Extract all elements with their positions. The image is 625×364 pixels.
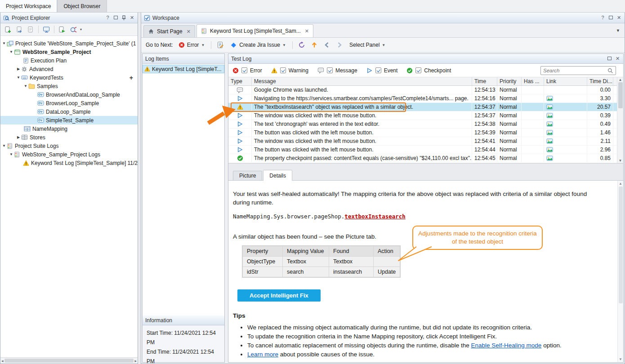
picture-link-icon[interactable] (546, 130, 553, 136)
expand-arrow-icon[interactable]: ▼ (9, 50, 14, 54)
picture-link-icon[interactable] (546, 121, 553, 127)
scrollbar-thumb[interactable] (619, 186, 623, 303)
filter-warning[interactable]: Warning (271, 67, 308, 74)
float-window-icon[interactable] (113, 15, 119, 21)
picture-link-icon[interactable] (546, 155, 553, 161)
log-row-event[interactable]: Navigating to the https://services.smart… (228, 94, 617, 103)
picture-link-icon[interactable] (546, 138, 553, 144)
scroll-down-icon[interactable]: ▼ (619, 159, 622, 163)
grid-details-splitter[interactable] (228, 164, 623, 169)
checkpoint-checkbox[interactable] (415, 67, 421, 73)
report-issue-icon[interactable] (216, 40, 225, 49)
scroll-up-icon[interactable]: ▲ (619, 182, 622, 186)
column-type[interactable]: Type (228, 77, 252, 85)
close-icon[interactable]: ✕ (129, 15, 135, 21)
tree-item-advanced[interactable]: ▶ Advanced (0, 65, 138, 73)
tree-item-execution-plan[interactable]: Execution Plan (0, 56, 138, 65)
close-tab-icon[interactable]: ✕ (305, 28, 309, 34)
column-has-picture[interactable]: Has ... (522, 77, 544, 85)
filter-checkpoint[interactable]: Checkpoint (406, 67, 451, 74)
scroll-up-icon[interactable]: ▲ (619, 78, 622, 82)
learn-more-link[interactable]: Learn more (247, 351, 278, 358)
log-row-event[interactable]: The window was clicked with the left mou… (228, 137, 617, 146)
add-new-item-icon[interactable] (4, 25, 13, 34)
debug-run-icon[interactable] (69, 25, 78, 34)
log-row-event[interactable]: The text 'chronograph' was entered in th… (228, 120, 617, 129)
expand-arrow-icon[interactable]: ▼ (23, 84, 28, 88)
add-keyword-test-button[interactable]: + (129, 74, 133, 81)
log-row-event[interactable]: The window was clicked with the left mou… (228, 111, 617, 120)
object-path-highlight[interactable]: textboxInstasearch (344, 213, 405, 220)
column-priority[interactable]: Priority (497, 77, 522, 85)
create-jira-issue-button[interactable]: Create Jira Issue ▼ (228, 40, 288, 50)
tree-item-browserloop[interactable]: BrowserLoop_Sample (0, 99, 138, 107)
close-tab-icon[interactable]: ✕ (187, 29, 191, 35)
tree-item-keywordtests[interactable]: ▼ KeywordTests + (0, 73, 138, 82)
tree-item-samples[interactable]: ▼ Samples (0, 82, 138, 90)
filter-event[interactable]: Event (366, 67, 398, 74)
picture-link-icon[interactable] (546, 113, 553, 119)
tree-item-simpletest[interactable]: SimpleTest_Sample (0, 116, 138, 124)
filter-message[interactable]: Message (317, 67, 357, 74)
expand-arrow-icon[interactable]: ▼ (16, 75, 21, 80)
expand-arrow-icon[interactable]: ▼ (1, 41, 7, 45)
tree-item-stores[interactable]: ▶ Stores (0, 133, 138, 142)
column-time[interactable]: Time (472, 77, 497, 85)
scroll-down-icon[interactable]: ▼ (619, 357, 622, 361)
tab-details[interactable]: Details (263, 170, 292, 181)
horizontal-scrollbar[interactable]: ◂ ▸ (0, 357, 138, 364)
close-icon[interactable]: ✕ (616, 15, 622, 21)
message-checkbox[interactable] (327, 67, 333, 73)
expand-arrow-icon[interactable]: ▼ (9, 152, 14, 156)
tab-picture[interactable]: Picture (233, 171, 262, 180)
tab-project-workspace[interactable]: Project Workspace (0, 0, 57, 12)
pin-icon[interactable] (121, 15, 127, 21)
log-item-keyword-test-log[interactable]: Keyword Test Log [SimpleT... (143, 65, 224, 73)
accept-intelligent-fix-button[interactable]: Accept Intelligent Fix (237, 289, 321, 302)
forward-icon[interactable] (335, 40, 344, 49)
tab-list-chevron-icon[interactable]: ▼ (616, 28, 620, 33)
tab-object-browser[interactable]: Object Browser (57, 0, 107, 12)
picture-link-icon[interactable] (546, 96, 553, 102)
up-one-level-icon[interactable] (310, 40, 319, 49)
column-link[interactable]: Link (544, 77, 587, 85)
goto-next-error-button[interactable]: Error ▼ (177, 40, 207, 49)
scroll-right-icon[interactable]: ▸ (134, 359, 137, 363)
maximize-panel-icon[interactable] (607, 56, 612, 62)
column-message[interactable]: Message (252, 77, 472, 85)
scroll-left-icon[interactable]: ◂ (1, 359, 4, 363)
chevron-down-icon[interactable]: ▾ (80, 27, 82, 31)
tree-item-project-suite[interactable]: ▼ Project Suite 'WebStore_Sample_Project… (0, 39, 138, 48)
tree-item-namemapping[interactable]: NameMapping (0, 124, 138, 133)
expand-arrow-icon[interactable]: ▼ (1, 144, 7, 148)
tab-keyword-test-log[interactable]: Keyword Test Log [SimpleTest_Sam... ✕ (196, 24, 313, 37)
back-icon[interactable] (322, 40, 331, 49)
tree-item-project[interactable]: ▼ WebStore_Sample_Project (0, 48, 138, 56)
export-item-icon[interactable] (26, 25, 35, 34)
select-panel-button[interactable]: Select Panel ▼ (348, 40, 387, 49)
run-test-icon[interactable] (58, 25, 67, 34)
details-scrollbar[interactable]: ▲ ▼ (617, 181, 623, 362)
log-row-event[interactable]: The button was clicked with the left mou… (228, 129, 617, 137)
float-window-icon[interactable] (608, 15, 614, 21)
tree-item-project-suite-logs[interactable]: ▼ Project Suite Logs (0, 142, 138, 150)
self-healing-icon[interactable] (297, 40, 306, 49)
filter-error[interactable]: Error (232, 67, 262, 74)
add-existing-item-icon[interactable] (15, 25, 24, 34)
tree-item-project-logs[interactable]: ▼ WebStore_Sample_Project Logs (0, 150, 138, 159)
tree-item-keyword-test-log[interactable]: Keyword Test Log [SimpleTest_Sample] 11/… (0, 159, 138, 167)
log-row-warning-selected[interactable]: The "textboxInstasearch" object was repl… (228, 103, 617, 111)
error-checkbox[interactable] (241, 67, 247, 73)
scrollbar-thumb[interactable] (4, 359, 134, 363)
expand-arrow-icon[interactable]: ▶ (16, 67, 21, 71)
column-time-diff[interactable]: Time Di... (587, 77, 613, 85)
vertical-scrollbar[interactable]: ▲ ▼ (617, 77, 623, 163)
log-row-checkpoint[interactable]: The property checkpoint passed: contentT… (228, 154, 617, 163)
tab-start-page[interactable]: Start Page ✕ (143, 25, 195, 37)
tree-item-dataloop[interactable]: DataLoop_Sample (0, 107, 138, 116)
event-checkbox[interactable] (375, 67, 381, 73)
enable-self-healing-link[interactable]: Enable Self-Healing mode (471, 342, 542, 349)
tree-item-browseranddataloop[interactable]: BrowserAndDataLoop_Sample (0, 90, 138, 99)
expand-arrow-icon[interactable]: ▶ (16, 135, 21, 139)
object-browser-icon[interactable] (42, 25, 51, 34)
